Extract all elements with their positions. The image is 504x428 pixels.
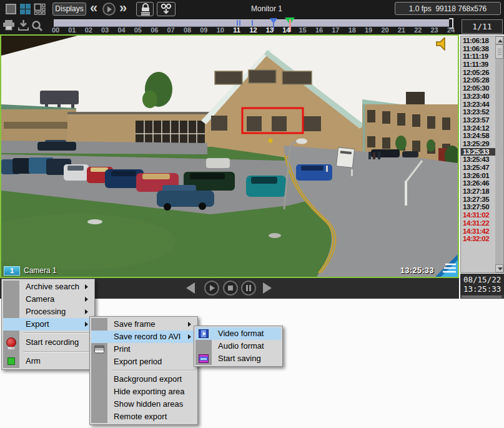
rec-icon [6,337,16,347]
menu-item-label: Archive search [26,282,79,291]
step-backward-button[interactable] [186,282,195,294]
corner-menu-icon[interactable] [435,254,458,277]
displays-button[interactable]: Displays [52,2,86,16]
event-list-item[interactable]: 13:23:57 [461,116,495,124]
event-list-item[interactable]: 13:26:01 [461,172,495,180]
menu-item-label: Export [26,319,49,329]
event-list-item[interactable]: 13:25:43 [461,156,495,164]
event-list-item[interactable]: 13:27:35 [461,196,495,204]
menu-item-processing[interactable]: Processing [3,306,93,318]
event-list-item[interactable]: 13:27:50 [461,203,495,211]
menu-item-export[interactable]: Export [3,318,93,331]
menu-item-print[interactable]: Print [91,343,196,356]
event-list-item[interactable]: 13:26:46 [461,179,495,187]
play-button[interactable] [102,2,116,16]
event-list-item[interactable]: 13:25:33 [461,148,495,156]
print-icon[interactable] [2,19,16,31]
timeline-hour-label: 01 [65,26,79,34]
timeline-arrow-blue[interactable] [270,18,277,24]
menu-item-video-format[interactable]: Video format [195,327,281,340]
event-list-item[interactable]: 14:32:02 [461,235,495,243]
event-list-item[interactable]: 13:25:29 [461,140,495,148]
submenu-arrow-icon [85,297,88,302]
event-list-item[interactable]: 13:23:44 [461,101,495,109]
playback-play-button[interactable] [204,281,219,296]
menu-separator [23,332,92,334]
event-list-item[interactable]: 11:06:18 [461,37,495,45]
seek-forward-button[interactable]: » [119,1,127,15]
event-list-item[interactable]: 12:05:30 [461,84,495,92]
timeline-hour-label: 09 [197,26,210,34]
event-list-item[interactable]: 11:11:39 [461,61,495,69]
timeline-hour-label: 05 [131,26,145,34]
avi-menu: Video formatAudio formatStart saving [194,326,283,367]
event-list-item[interactable]: 13:24:12 [461,124,495,132]
menu-item-label: Arm [26,356,41,366]
timeline-hour-label: 23 [428,26,442,34]
menu-item-remote-export[interactable]: Remote export [91,411,196,423]
seek-backward-button[interactable]: « [90,1,97,15]
toolbar: Displays « » Monitor 1 1.0 fps 99118 768… [0,0,504,34]
submenu-arrow-icon [188,322,191,327]
event-list-scrollbar[interactable] [495,36,503,272]
layout-quad-icon[interactable] [19,3,31,15]
timeline-tick-blue[interactable] [239,20,240,26]
menu-separator [111,370,195,371]
menu-item-background-export[interactable]: Background export [91,373,196,386]
menu-item-hide-exporting-area[interactable]: Hide exporting area [91,386,196,398]
menu-item-export-period[interactable]: Export period [91,356,196,368]
event-list-item[interactable]: 14:31:42 [461,227,495,236]
event-list-item[interactable]: 14:31:22 [461,219,495,227]
menu-item-save-record-to-avi[interactable]: Save record to AVI [91,331,196,343]
scroll-down-icon[interactable] [495,264,503,272]
menu-item-start-saving[interactable]: Start saving [195,352,281,365]
save-export-icon[interactable] [17,19,29,31]
event-list-item[interactable]: 13:27:18 [461,187,495,196]
event-list-item[interactable]: 12:05:28 [461,76,495,84]
event-list-item[interactable]: 12:05:26 [461,69,495,77]
export-menu: Save frameSave record to AVIPrintExport … [89,316,198,425]
menu-item-audio-format[interactable]: Audio format [195,340,281,352]
menu-item-label: Hide exporting area [114,387,184,396]
event-list-item[interactable]: 13:23:40 [461,92,495,101]
timeline-tick-blue[interactable] [237,20,238,26]
event-list-item[interactable]: 13:23:52 [461,108,495,116]
menu-item-start-recording[interactable]: Start recording [3,336,93,349]
scroll-up-icon[interactable] [495,36,503,44]
event-list-item[interactable]: 11:11:19 [461,52,495,61]
event-list-item[interactable]: 11:06:38 [461,45,495,53]
menu-item-label: Export period [114,357,162,366]
zoom-icon[interactable] [31,20,43,32]
event-list-item[interactable]: 14:31:02 [461,211,495,219]
menu-item-arm[interactable]: Arm [3,354,93,368]
printer-icon [94,346,104,354]
timeline-hour-label: 16 [312,26,326,34]
layout-mixed-icon[interactable] [34,3,46,15]
video-viewport[interactable]: 1 Camera 1 13:25:33 [0,34,459,278]
timeline-hour-label: 04 [115,26,129,34]
menu-item-label: Save record to AVI [114,332,180,341]
lock-button[interactable] [136,2,154,16]
timeline-hour-label: 06 [147,26,161,34]
menu-item-save-frame[interactable]: Save frame [91,318,196,331]
timeline-tick-blue[interactable] [252,20,253,26]
step-forward-button[interactable] [263,282,272,294]
film-reel-icon [157,2,175,16]
playback-stop-button[interactable] [223,281,238,296]
event-list-item[interactable]: 13:24:58 [461,132,495,140]
menu-item-camera[interactable]: Camera [3,293,93,306]
timeline-arrow-green[interactable] [285,17,295,24]
menu-item-show-hidden-areas[interactable]: Show hidden areas [91,398,196,411]
export-film-button[interactable] [157,2,175,16]
menu-item-label: Remote export [114,412,167,421]
menu-item-archive-search[interactable]: Archive search [3,281,93,293]
camera-scene [1,36,458,277]
layout-single-icon[interactable] [5,3,17,15]
playback-pause-button[interactable] [241,281,256,296]
timeline-hour-label: 19 [362,26,375,34]
menu-item-label: Video format [218,329,264,338]
event-list-item[interactable]: 13:25:47 [461,164,495,172]
scrollbar-thumb[interactable] [495,44,503,59]
submenu-arrow-icon [188,334,191,339]
menu-item-label: Background export [114,374,182,384]
